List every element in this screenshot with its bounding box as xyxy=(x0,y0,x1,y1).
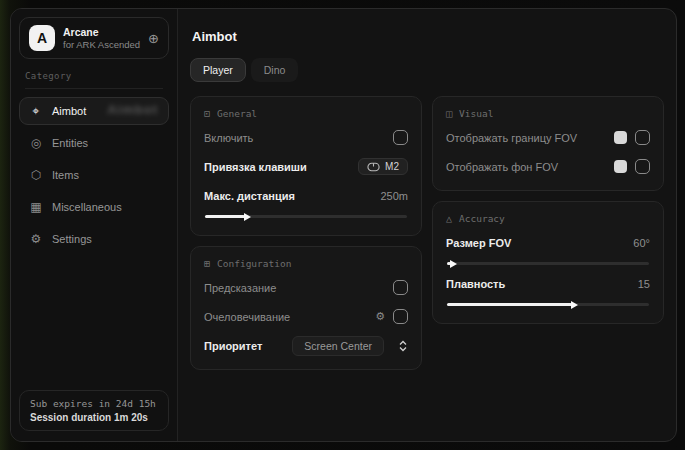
fov-bg-checkbox[interactable] xyxy=(635,159,650,174)
visual-card: ◫ Visual Отображать границу FOV Отобража… xyxy=(432,96,664,191)
general-icon: ⊡ xyxy=(204,108,210,119)
target-tabs: Player Dino xyxy=(190,58,664,82)
visual-card-header: ◫ Visual xyxy=(446,108,650,119)
target-icon[interactable]: ⊕ xyxy=(148,31,159,46)
sidebar-item-miscellaneous[interactable]: ▦ Miscellaneous xyxy=(19,193,169,221)
smoothness-row: Плавность 15 xyxy=(446,273,650,294)
subscription-status-card: Sub expires in 24d 15h Session duration … xyxy=(19,390,169,431)
prediction-checkbox[interactable] xyxy=(393,280,408,295)
fov-bg-label: Отображать фон FOV xyxy=(446,161,558,173)
enable-label: Включить xyxy=(204,132,253,144)
entities-icon: ◎ xyxy=(29,136,43,150)
general-card-header: ⊡ General xyxy=(204,108,408,119)
aimbot-ghost-watermark: Aimbot xyxy=(107,102,158,117)
brand-subtitle: for ARK Ascended xyxy=(63,39,140,51)
keybind-row: Привязка клавиши M2 xyxy=(204,156,408,177)
slider-thumb[interactable] xyxy=(571,301,578,309)
triangle-icon: △ xyxy=(446,213,452,224)
card-columns: ⊡ General Включить Привязка клавиши xyxy=(190,96,664,370)
tab-dino[interactable]: Dino xyxy=(251,58,299,82)
general-card: ⊡ General Включить Привязка клавиши xyxy=(190,96,422,236)
humanize-label: Очеловечивание xyxy=(204,311,290,323)
fov-border-color-swatch[interactable] xyxy=(614,131,627,144)
configuration-icon: ⊞ xyxy=(204,258,210,269)
sidebar-item-label: Aimbot xyxy=(52,105,86,117)
tab-player[interactable]: Player xyxy=(190,58,246,82)
brand-text: Arcane for ARK Ascended xyxy=(63,26,140,51)
sidebar-item-label: Settings xyxy=(52,233,92,245)
humanize-controls: ⚙ xyxy=(375,309,408,324)
smoothness-label: Плавность xyxy=(446,278,505,290)
sidebar-item-label: Entities xyxy=(52,137,88,149)
fov-bg-row: Отображать фон FOV xyxy=(446,156,650,177)
sidebar-item-entities[interactable]: ◎ Entities xyxy=(19,129,169,157)
prediction-label: Предсказание xyxy=(204,282,276,294)
priority-row: Приоритет Screen Center xyxy=(204,335,408,356)
chevrons-up-down-icon[interactable] xyxy=(398,340,408,352)
card-title: Accuracy xyxy=(459,213,505,224)
fov-bg-color-swatch[interactable] xyxy=(614,160,627,173)
humanize-checkbox[interactable] xyxy=(393,309,408,324)
card-title: General xyxy=(217,108,257,119)
keybind-button[interactable]: M2 xyxy=(358,158,408,175)
fov-size-label: Размер FOV xyxy=(446,237,511,249)
package-icon: ⬡ xyxy=(29,168,43,182)
sidebar-item-settings[interactable]: ⚙ Settings xyxy=(19,225,169,253)
enable-checkbox[interactable] xyxy=(393,130,408,145)
max-distance-row: Макс. дистанция 250m xyxy=(204,185,408,206)
brand-logo: A xyxy=(29,25,55,51)
sidebar-item-aimbot[interactable]: ⌖ Aimbot Aimbot xyxy=(19,97,169,125)
enable-row: Включить xyxy=(204,127,408,148)
card-title: Visual xyxy=(459,108,493,119)
fov-size-row: Размер FOV 60° xyxy=(446,232,650,253)
sidebar-item-label: Miscellaneous xyxy=(52,201,122,213)
fov-size-value: 60° xyxy=(633,237,650,249)
accuracy-card-header: △ Accuracy xyxy=(446,213,650,224)
keybind-label: Привязка клавиши xyxy=(204,161,307,173)
fov-border-row: Отображать границу FOV xyxy=(446,127,650,148)
smoothness-value: 15 xyxy=(638,278,650,290)
humanize-settings-gear-icon[interactable]: ⚙ xyxy=(375,310,385,323)
page-title: Aimbot xyxy=(192,29,664,44)
priority-dropdown[interactable]: Screen Center xyxy=(292,336,384,356)
slider-thumb[interactable] xyxy=(450,260,457,268)
slider-fill xyxy=(447,303,572,306)
brand-card: A Arcane for ARK Ascended ⊕ xyxy=(19,17,169,59)
slider-fill xyxy=(205,215,245,218)
fov-border-controls xyxy=(614,130,650,145)
keybind-value: M2 xyxy=(385,161,399,172)
sub-expires-text: Sub expires in 24d 15h xyxy=(30,398,158,409)
fov-size-slider[interactable] xyxy=(447,262,649,265)
prediction-row: Предсказание xyxy=(204,277,408,298)
session-duration-text: Session duration 1m 20s xyxy=(30,412,158,423)
grid-icon: ▦ xyxy=(29,200,43,214)
max-distance-value: 250m xyxy=(380,190,408,202)
fov-bg-controls xyxy=(614,159,650,174)
slider-thumb[interactable] xyxy=(244,213,251,221)
sidebar: A Arcane for ARK Ascended ⊕ Category ⌖ A… xyxy=(11,9,178,441)
image-icon: ◫ xyxy=(446,108,452,119)
fov-border-label: Отображать границу FOV xyxy=(446,132,577,144)
left-column: ⊡ General Включить Привязка клавиши xyxy=(190,96,422,370)
category-label: Category xyxy=(25,71,163,89)
configuration-card-header: ⊞ Configuration xyxy=(204,258,408,269)
smoothness-slider[interactable] xyxy=(447,303,649,306)
priority-label: Приоритет xyxy=(204,340,262,352)
crosshair-icon: ⌖ xyxy=(29,104,43,118)
max-distance-slider[interactable] xyxy=(205,215,407,218)
accuracy-card: △ Accuracy Размер FOV 60° Плавность xyxy=(432,201,664,324)
brand-name: Arcane xyxy=(63,26,140,39)
configuration-card: ⊞ Configuration Предсказание Очеловечива… xyxy=(190,246,422,370)
priority-controls: Screen Center xyxy=(292,336,408,356)
sidebar-item-label: Items xyxy=(52,169,79,181)
main-content: Aimbot Player Dino ⊡ General Включить xyxy=(178,9,676,441)
sidebar-item-items[interactable]: ⬡ Items xyxy=(19,161,169,189)
slider-fill xyxy=(447,262,451,265)
mouse-icon xyxy=(367,162,380,172)
max-distance-label: Макс. дистанция xyxy=(204,190,295,202)
humanize-row: Очеловечивание ⚙ xyxy=(204,306,408,327)
card-title: Configuration xyxy=(217,258,291,269)
sidebar-nav: ⌖ Aimbot Aimbot ◎ Entities ⬡ Items ▦ Mis… xyxy=(19,97,169,253)
right-column: ◫ Visual Отображать границу FOV Отобража… xyxy=(432,96,664,324)
fov-border-checkbox[interactable] xyxy=(635,130,650,145)
